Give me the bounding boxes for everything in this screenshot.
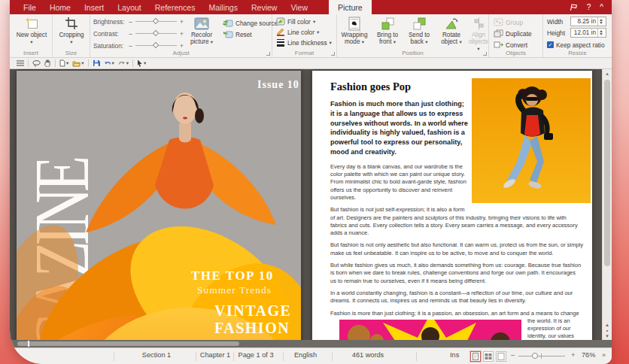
width-input[interactable]: 8.25 in [570, 17, 606, 26]
checkbox-checked-icon: ✓ [547, 41, 554, 48]
convert-icon [494, 41, 503, 49]
status-insert-mode[interactable]: Ins [450, 351, 459, 359]
saturation-thumb[interactable] [153, 42, 159, 48]
undo-button[interactable]: ▾ [104, 60, 114, 67]
tab-home[interactable]: Home [43, 0, 77, 14]
format-dialog-launcher[interactable] [331, 52, 335, 56]
tab-references[interactable]: References [148, 0, 202, 14]
cover-headline-top: THE TOP 10 [191, 268, 274, 284]
bring-to-front-icon [372, 16, 403, 31]
horizontal-scrollbar[interactable] [10, 340, 612, 347]
pointer-select-button[interactable]: ▾ [137, 59, 146, 67]
scroll-up-arrow-icon[interactable]: ▲ [603, 69, 612, 78]
tab-picture-active[interactable]: Picture [329, 0, 372, 14]
zoom-in-button[interactable]: + [571, 351, 575, 359]
tab-layout[interactable]: Layout [111, 0, 148, 14]
collapse-ribbon-icon[interactable]: ^ [600, 3, 603, 11]
zoom-slider[interactable] [518, 356, 565, 356]
lasso-select-button[interactable] [32, 60, 41, 67]
wrapping-mode-button[interactable]: Wrapping mode ▾ [339, 16, 370, 45]
group-format: Fill color▾ Line color▾ Line thickness▾ … [272, 14, 337, 57]
group-adjust: Brightness: – + Contrast: – + Saturation… [90, 14, 272, 57]
zoom-out-button[interactable]: – [511, 351, 515, 359]
keep-aspect-ratio-checkbox[interactable]: ✓ Keep aspect ratio [547, 40, 605, 50]
article-paragraph: In a world constantly changing, fashion … [330, 290, 583, 305]
contrast-track[interactable] [135, 33, 177, 34]
contrast-slider[interactable]: Contrast: – + [93, 29, 185, 38]
redo-button[interactable]: ▾ [118, 60, 129, 67]
tab-mailings[interactable]: Mailings [202, 0, 245, 14]
cropping-button[interactable]: Cropping▾ [56, 16, 87, 45]
tab-file[interactable]: File [17, 0, 43, 14]
new-object-button[interactable]: New object ▾ [16, 16, 47, 45]
tab-review[interactable]: Review [245, 0, 284, 14]
width-spinner[interactable] [597, 17, 604, 26]
view-full-page-button[interactable] [496, 351, 506, 362]
line-thickness-icon [276, 38, 285, 47]
help-icon[interactable]: ? [587, 3, 591, 11]
brightness-slider[interactable]: Brightness: – + [93, 17, 185, 26]
page-article[interactable]: Fashion goes Pop Fashion is much more th… [312, 71, 592, 340]
vertical-scrollbar-thumb[interactable] [604, 80, 610, 266]
status-section[interactable]: Section 1 [119, 351, 194, 359]
status-chapter[interactable]: Chapter 1 [197, 351, 233, 359]
group-objects-button[interactable]: Group [494, 17, 523, 27]
align-objects-button[interactable]: Align objects ▾ [468, 16, 489, 52]
send-to-back-icon [403, 16, 435, 31]
next-page-button[interactable]: ▼ [605, 334, 609, 338]
view-print-layout-button[interactable] [470, 351, 481, 362]
brightness-thumb[interactable] [153, 18, 159, 24]
brightness-minus[interactable]: – [127, 18, 134, 26]
duplicate-button[interactable]: Duplicate [494, 29, 532, 38]
pan-hand-button[interactable] [44, 59, 51, 67]
duplicate-icon [494, 29, 503, 38]
zoom-level[interactable]: 76% [582, 351, 595, 359]
convert-button[interactable]: Convert [494, 40, 527, 50]
horizontal-scrollbar-thumb[interactable] [17, 341, 239, 346]
line-thickness-button[interactable]: Line thickness▾ [276, 38, 332, 47]
brightness-track[interactable] [135, 21, 177, 22]
page-cover[interactable]: MAGAZINE [17, 71, 301, 340]
height-spinner[interactable] [597, 29, 604, 37]
position-dialog-launcher[interactable] [483, 52, 487, 56]
document-workspace: MAGAZINE [10, 69, 612, 340]
feedback-flag-icon[interactable] [570, 4, 578, 11]
menu-button[interactable] [17, 60, 24, 66]
height-input[interactable]: 12.01 in [570, 28, 606, 38]
saturation-minus[interactable]: – [127, 42, 134, 50]
contrast-thumb[interactable] [153, 30, 159, 36]
fill-color-button[interactable]: Fill color▾ [276, 17, 315, 26]
previous-page-button[interactable]: ▲ [605, 323, 609, 327]
reset-button[interactable]: Reset [223, 29, 252, 39]
new-object-icon [16, 16, 47, 31]
status-expand-icon[interactable]: » [602, 351, 606, 359]
group-resize: Width 8.25 in Height 12.01 in ✓ Keep asp… [543, 14, 612, 57]
contrast-minus[interactable]: – [127, 30, 134, 38]
tab-insert[interactable]: Insert [77, 0, 111, 14]
vertical-scrollbar[interactable]: ▲ ▲ • ▼ [602, 69, 612, 340]
bring-to-front-button[interactable]: Bring to front ▾ [372, 16, 403, 45]
article-last-paragraph: Fashion is more than just clothing; it i… [330, 310, 583, 340]
saturation-track[interactable] [135, 45, 177, 46]
open-document-button[interactable]: ▾ [72, 60, 84, 67]
recolor-picture-button[interactable]: Recolor picture ▾ [183, 16, 220, 45]
change-source-button[interactable]: Change source [223, 18, 278, 28]
line-color-button[interactable]: Line color▾ [276, 27, 319, 37]
tab-view[interactable]: View [284, 0, 314, 14]
view-grid-layout-button[interactable] [483, 351, 494, 362]
rotate-object-button[interactable]: Rotate object ▾ [435, 16, 468, 45]
status-language[interactable]: English [284, 351, 327, 359]
save-button[interactable] [93, 59, 100, 67]
recolor-picture-icon [183, 16, 220, 31]
select-browse-object-button[interactable]: • [606, 329, 608, 332]
article-photo-jumping-woman[interactable] [472, 78, 591, 203]
status-page-number[interactable]: Page 1 of 3 [235, 351, 277, 359]
adjust-dialog-launcher[interactable] [266, 52, 270, 56]
status-word-count[interactable]: 461 words [333, 351, 403, 359]
article-photo-pop-art[interactable] [339, 320, 521, 340]
height-label: Height [547, 29, 568, 37]
reset-icon [223, 30, 233, 38]
new-document-button[interactable]: ▾ [59, 59, 68, 67]
zoom-slider-thumb[interactable] [532, 353, 538, 359]
send-to-back-button[interactable]: Send to back ▾ [403, 16, 435, 45]
